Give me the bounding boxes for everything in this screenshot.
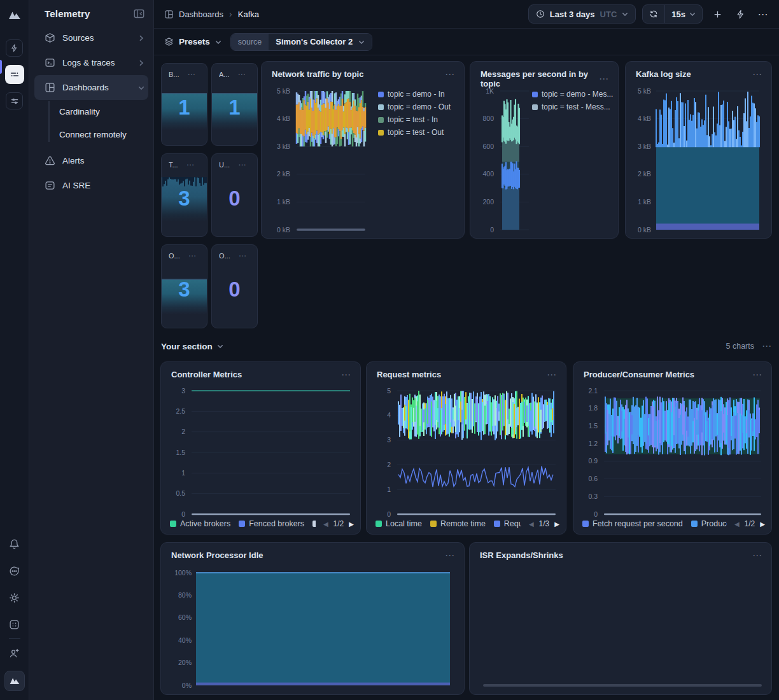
legend-next-button[interactable]: ▶: [760, 521, 765, 528]
tile-title: O...: [169, 252, 180, 260]
chart-menu-button[interactable]: ⋯: [752, 552, 762, 559]
zap-button[interactable]: [732, 6, 748, 22]
tile-menu-button[interactable]: ⋯: [188, 253, 197, 259]
svg-text:3: 3: [387, 436, 391, 444]
chart-menu-button[interactable]: ⋯: [752, 372, 762, 378]
legend-page-indicator: 1/2: [333, 519, 344, 528]
legend-item[interactable]: Local time: [375, 519, 422, 528]
tile-title: T...: [169, 161, 178, 169]
chat-icon[interactable]: [6, 562, 24, 580]
tile-menu-button[interactable]: ⋯: [238, 71, 246, 78]
svg-text:0: 0: [594, 510, 598, 518]
sliders-rail-icon[interactable]: [6, 92, 23, 109]
apps-grid-icon[interactable]: [6, 615, 24, 633]
section-chart-count: 5 charts: [726, 342, 754, 351]
legend-item[interactable]: [312, 521, 316, 527]
time-range-timezone: UTC: [600, 10, 617, 19]
stat-value: 3: [162, 186, 207, 211]
svg-text:1.8: 1.8: [588, 404, 598, 412]
brand-logo-icon: [6, 6, 24, 24]
chart-menu-button[interactable]: ⋯: [341, 372, 351, 378]
legend-prev-button[interactable]: ◀: [323, 521, 328, 528]
svg-text:topic = demo - In: topic = demo - In: [388, 90, 445, 99]
presets-button[interactable]: Presets: [164, 37, 221, 46]
svg-text:800: 800: [482, 115, 494, 122]
tile-menu-button[interactable]: ⋯: [186, 162, 195, 168]
chevron-down-icon: [689, 11, 696, 17]
legend-item[interactable]: Produce: [691, 519, 727, 528]
chart-menu-button[interactable]: ⋯: [445, 71, 455, 78]
breadcrumb: Dashboards › Kafka: [164, 9, 259, 19]
bell-icon[interactable]: [6, 535, 24, 553]
svg-text:topic = demo - Out: topic = demo - Out: [388, 102, 451, 111]
legend-item[interactable]: Fetch request per second: [582, 519, 683, 528]
tile-title: A...: [219, 71, 230, 78]
sidebar-item-connect-remotely[interactable]: Connect remotely: [29, 123, 153, 146]
section-menu-button[interactable]: ⋯: [762, 343, 772, 349]
section-header: Your section 5 charts ⋯: [161, 338, 772, 354]
source-key-label: source: [231, 34, 269, 50]
svg-text:4: 4: [387, 411, 391, 419]
svg-text:5 kB: 5 kB: [277, 87, 290, 95]
legend-next-button[interactable]: ▶: [349, 521, 354, 528]
legend-item[interactable]: Reque: [494, 519, 521, 528]
svg-text:2.5: 2.5: [176, 407, 185, 415]
section-title[interactable]: Your section: [161, 342, 223, 351]
tile-menu-button[interactable]: ⋯: [238, 162, 246, 168]
svg-text:3: 3: [181, 387, 185, 395]
chevron-right-icon: [138, 60, 144, 66]
chart-menu-button[interactable]: ⋯: [445, 552, 455, 559]
dashboards-grid-icon: [45, 82, 55, 93]
sidebar-item-cardinality[interactable]: Cardinality: [29, 100, 153, 123]
legend-item[interactable]: Active brokers: [170, 519, 230, 528]
stat-value: 0: [212, 277, 257, 302]
svg-text:0 kB: 0 kB: [277, 226, 290, 234]
chart-menu-button[interactable]: ⋯: [599, 76, 609, 82]
chart-menu-button[interactable]: ⋯: [547, 372, 557, 378]
stat-tile: A...⋯ 1: [211, 63, 258, 146]
add-panel-button[interactable]: [709, 6, 726, 22]
org-logo-tile[interactable]: [4, 671, 25, 691]
svg-text:4 kB: 4 kB: [277, 115, 290, 122]
chart-isr-expands-shrinks: ISR Expands/Shrinks⋯: [469, 542, 772, 695]
legend-pagination: ◀1/2▶: [734, 519, 765, 528]
tile-menu-button[interactable]: ⋯: [188, 71, 196, 78]
legend-prev-button[interactable]: ◀: [529, 521, 534, 528]
more-menu-button[interactable]: ⋯: [755, 6, 771, 22]
sidebar-collapse-icon[interactable]: [134, 9, 144, 18]
svg-text:1 kB: 1 kB: [277, 198, 290, 206]
svg-text:600: 600: [482, 143, 494, 150]
chart-menu-button[interactable]: ⋯: [752, 71, 762, 78]
tile-menu-button[interactable]: ⋯: [239, 253, 247, 259]
chart-network-processor-idle: Network Processor Idle⋯ 100%80%60%40%20%…: [160, 542, 465, 695]
app-title: Telemetry: [45, 8, 90, 19]
legend-prev-button[interactable]: ◀: [734, 521, 740, 528]
svg-text:topic = test - Mess...: topic = test - Mess...: [542, 102, 610, 111]
refresh-interval-select[interactable]: 15s: [664, 5, 702, 23]
breadcrumb-section[interactable]: Dashboards: [179, 10, 223, 19]
legend-item[interactable]: Remote time: [430, 519, 486, 528]
svg-text:0.5: 0.5: [176, 489, 185, 497]
sidebar-item-alerts[interactable]: Alerts: [29, 148, 153, 173]
refresh-interval-value: 15s: [671, 10, 685, 19]
legend-swatch: [312, 521, 316, 527]
sidebar-item-dashboards[interactable]: Dashboards: [34, 75, 148, 100]
theme-sun-icon[interactable]: [6, 589, 24, 606]
refresh-button[interactable]: [643, 5, 664, 23]
sidebar-item-sources[interactable]: Sources: [29, 25, 153, 50]
svg-text:topic = test - Out: topic = test - Out: [388, 128, 444, 137]
refresh-control: 15s: [642, 4, 703, 24]
sidebar-item-ai-sre[interactable]: AI SRE: [29, 173, 153, 198]
legend-item[interactable]: Fenced brokers: [239, 519, 304, 528]
source-selector[interactable]: source Simon's Collector 2: [230, 33, 372, 51]
time-range-button[interactable]: Last 3 days UTC: [528, 4, 636, 24]
svg-text:0.9: 0.9: [588, 457, 598, 465]
bolt-rail-icon[interactable]: [6, 39, 23, 57]
legend-next-button[interactable]: ▶: [554, 521, 559, 528]
sidebar-item-logs-traces[interactable]: Logs & traces: [29, 50, 153, 75]
traces-rail-icon-active[interactable]: [5, 65, 24, 84]
breadcrumb-dashboard-icon: [164, 10, 174, 19]
legend-label: Fetch request per second: [593, 519, 683, 528]
chevron-down-icon: [622, 11, 628, 17]
invite-user-icon[interactable]: [6, 644, 24, 662]
